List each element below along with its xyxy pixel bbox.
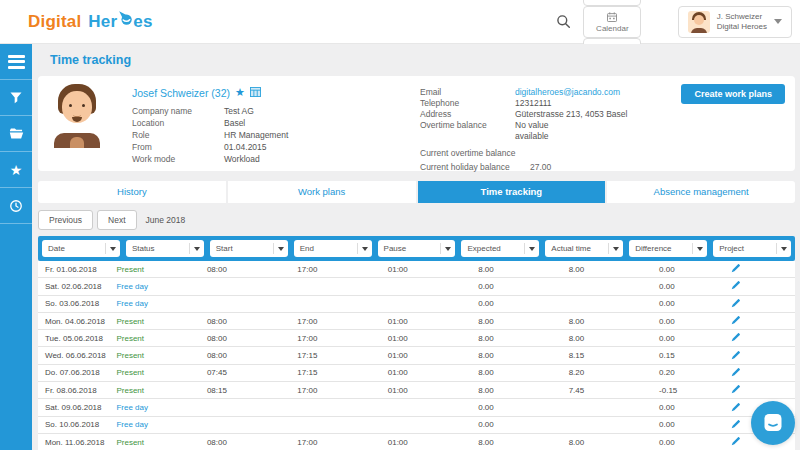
sidebar-item-menu[interactable] — [0, 44, 32, 80]
main-area: ★ Time tracking Josef Schweizer (32) ★ C… — [0, 44, 800, 450]
table-header: Date Status Start End Pause Expected Act… — [38, 236, 795, 261]
edit-pencil-icon[interactable] — [724, 367, 795, 379]
table-row: Sat. 02.06.2018 Free day 0.00 0.00 — [38, 278, 795, 295]
sidebar-item-folder[interactable] — [0, 116, 32, 152]
comet-icon — [118, 10, 132, 33]
contact-row: Overtime balance No value available — [420, 120, 785, 142]
profile-grid-icon[interactable] — [250, 87, 261, 99]
calendar-icon — [606, 11, 618, 23]
column-header-pause[interactable]: Pause — [378, 240, 456, 257]
sidebar: ★ — [0, 44, 32, 450]
tab-absence-management[interactable]: Absence management — [607, 181, 795, 203]
edit-pencil-icon[interactable] — [724, 315, 795, 327]
tab-history[interactable]: History — [38, 181, 226, 203]
email-link[interactable]: digitalheroes@jacando.com — [515, 87, 620, 98]
next-button[interactable]: Next — [97, 210, 136, 230]
page-title: Time tracking — [38, 44, 795, 76]
user-name: J. Schweizer — [717, 12, 767, 22]
edit-pencil-icon[interactable] — [724, 350, 795, 362]
chevron-down-icon[interactable] — [357, 243, 372, 254]
column-header-start[interactable]: Start — [210, 240, 288, 257]
edit-pencil-icon[interactable] — [724, 298, 795, 310]
table-row: Wed. 06.06.2018 Present 08:00 17:15 01:0… — [38, 347, 795, 364]
table-row: So. 10.06.2018 Free day 0.00 0.00 — [38, 417, 795, 434]
table-row: Tue. 05.06.2018 Present 08:00 17:00 01:0… — [38, 330, 795, 347]
content: Time tracking Josef Schweizer (32) ★ Com… — [32, 44, 800, 450]
edit-pencil-icon[interactable] — [724, 384, 795, 396]
tab-work-plans[interactable]: Work plans — [228, 181, 416, 203]
tab-time-tracking[interactable]: Time tracking — [418, 181, 606, 203]
chevron-down-icon[interactable] — [776, 243, 791, 254]
brand-logo: Digital Heres — [28, 10, 153, 33]
brand-word-her: Her — [88, 12, 117, 32]
detail-row: Role HR Management — [132, 129, 420, 141]
chevron-down-icon[interactable] — [524, 243, 539, 254]
chevron-down-icon[interactable] — [608, 243, 623, 254]
detail-row: Location Basel — [132, 117, 420, 129]
balance-row: Current holiday balance 27.00 — [420, 160, 785, 174]
chat-launcher-icon[interactable] — [751, 401, 795, 445]
top-bar: Digital Heres Time Management Tasks Cale… — [0, 0, 800, 44]
topnav-button-calendar[interactable]: Calendar — [583, 6, 641, 38]
table-row: Fr. 08.06.2018 Present 08:15 17:00 01:00… — [38, 382, 795, 399]
chevron-down-icon — [774, 19, 782, 24]
detail-row: Work mode Workload — [132, 153, 420, 165]
table-row: So. 03.06.2018 Free day 0.00 0.00 — [38, 296, 795, 313]
column-header-end[interactable]: End — [294, 240, 372, 257]
balance-row: Current overtime balance — [420, 146, 785, 160]
table-row: Mon. 11.06.2018 Present 08:00 17:00 01:0… — [38, 434, 795, 450]
search-icon[interactable] — [556, 14, 571, 29]
user-menu[interactable]: J. Schweizer Digital Heroes — [678, 6, 792, 38]
chevron-down-icon[interactable] — [189, 243, 204, 254]
table-body: Fr. 01.06.2018 Present 08:00 17:00 01:00… — [38, 261, 795, 450]
tab-bar: HistoryWork plansTime trackingAbsence ma… — [38, 181, 795, 203]
previous-button[interactable]: Previous — [38, 210, 93, 230]
topnav-button-tasks[interactable]: Tasks — [583, 0, 641, 6]
sidebar-item-filter[interactable] — [0, 80, 32, 116]
sidebar-item-star[interactable]: ★ — [0, 152, 32, 188]
column-header-project[interactable]: Project — [713, 240, 791, 257]
brand-word-digital: Digital — [28, 12, 81, 32]
user-org: Digital Heroes — [717, 22, 767, 32]
chevron-down-icon[interactable] — [440, 243, 455, 254]
detail-row: From 01.04.2015 — [132, 141, 420, 153]
edit-pencil-icon[interactable] — [724, 263, 795, 275]
favorite-star-icon[interactable]: ★ — [235, 86, 245, 99]
contact-row: Address Güterstrasse 213, 4053 Basel — [420, 109, 785, 120]
period-label: June 2018 — [146, 215, 186, 225]
brand-word-es: es — [133, 12, 152, 32]
column-header-difference[interactable]: Difference — [629, 240, 707, 257]
edit-pencil-icon[interactable] — [724, 332, 795, 344]
column-header-date[interactable]: Date — [42, 240, 120, 257]
month-pager: Previous Next June 2018 — [38, 210, 795, 230]
column-header-actual-time[interactable]: Actual time — [545, 240, 623, 257]
table-row: Sat. 09.06.2018 Free day 0.00 0.00 — [38, 399, 795, 416]
employee-avatar — [48, 84, 106, 148]
chevron-down-icon[interactable] — [105, 243, 120, 254]
column-header-expected[interactable]: Expected — [461, 240, 539, 257]
chevron-down-icon[interactable] — [692, 243, 707, 254]
column-header-status[interactable]: Status — [126, 240, 204, 257]
chevron-down-icon[interactable] — [273, 243, 288, 254]
user-avatar — [688, 11, 710, 33]
employee-name: Josef Schweizer (32) — [132, 87, 230, 99]
sidebar-item-history-clock[interactable] — [0, 188, 32, 224]
detail-row: Company name Test AG — [132, 105, 420, 117]
create-work-plans-button[interactable]: Create work plans — [681, 84, 785, 104]
employee-summary: Josef Schweizer (32) ★ Company name Test… — [132, 84, 420, 165]
employee-card: Josef Schweizer (32) ★ Company name Test… — [38, 76, 795, 171]
table-row: Fr. 01.06.2018 Present 08:00 17:00 01:00… — [38, 261, 795, 278]
table-row: Mon. 04.06.2018 Present 08:00 17:00 01:0… — [38, 313, 795, 330]
edit-pencil-icon[interactable] — [724, 280, 795, 292]
table-row: Do. 07.06.2018 Present 07:45 17:15 01:00… — [38, 365, 795, 382]
